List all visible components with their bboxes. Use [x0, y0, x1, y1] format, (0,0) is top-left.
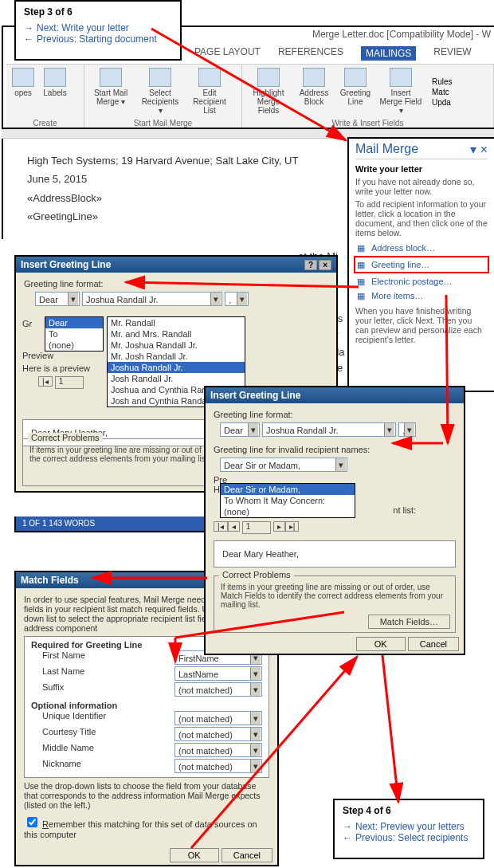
mf-field-label: Suffix: [31, 682, 64, 697]
labels-button[interactable]: Labels: [41, 68, 69, 116]
nav-first-icon[interactable]: |◂: [38, 376, 53, 387]
opt-address-block[interactable]: Address block…: [355, 241, 488, 255]
help-icon[interactable]: ?: [304, 260, 317, 270]
opt-electronic-postage[interactable]: Electronic postage…: [355, 274, 488, 289]
igl2-cancel-button[interactable]: Cancel: [408, 637, 459, 651]
mf-row: Middle Name(not matched): [31, 742, 262, 758]
step4-title: Step 4 of 6: [343, 805, 475, 816]
mf-row: Suffix(not matched): [31, 681, 262, 697]
arrow-left-icon: ←: [24, 33, 33, 45]
insert-merge-field-button[interactable]: Insert Merge Field ▾: [379, 68, 422, 116]
invalid-dropdown[interactable]: Dear Sir or Madam, To Whom It May Concer…: [220, 483, 355, 518]
mf-field-label: Courtesy Title: [31, 727, 96, 741]
step4-prev-link[interactable]: ←Previous: Select recipients: [343, 832, 475, 843]
nav-index-input[interactable]: 1: [242, 521, 271, 534]
group-start-label: Start Mail Merge: [84, 119, 241, 128]
tab-review[interactable]: REVIEW: [433, 46, 471, 61]
group-create-label: Create: [6, 119, 84, 128]
match-fields-button[interactable]: Match Fields…: [368, 615, 450, 629]
mf-field-select[interactable]: (not matched): [174, 743, 262, 757]
rules-button[interactable]: Rules: [432, 77, 453, 86]
preview-label: Preview: [22, 351, 53, 360]
igl1-title: Insert Greeting Line: [21, 259, 111, 270]
mf-field-select[interactable]: LastName: [174, 666, 262, 681]
invalid-label: Greeting line for invalid recipient name…: [214, 445, 456, 454]
correct-problems-label: Correct Problems: [28, 433, 103, 442]
mf-row: Last NameLastName: [31, 666, 262, 681]
nav-last-icon[interactable]: ▸|: [285, 521, 300, 532]
mf-title: Match Fields: [21, 575, 79, 586]
editlist-icon: [198, 68, 221, 87]
address-block-button[interactable]: Address Block: [296, 68, 331, 116]
tab-references[interactable]: REFERENCES: [278, 46, 343, 61]
tab-page-layout[interactable]: PAGE LAYOUT: [194, 46, 261, 61]
envelope-icon: [12, 68, 34, 87]
match-fields-ribbon-button[interactable]: Matc: [432, 88, 453, 96]
nav-first-icon[interactable]: |◂: [214, 521, 228, 532]
window-title: Merge Letter.doc [Compatibility Mode] - …: [312, 29, 491, 40]
step3-next-link[interactable]: →Next: Write your letter: [24, 22, 172, 33]
mf-row: Courtesy Title(not matched): [31, 726, 262, 742]
invalid-select[interactable]: Dear Sir or Madam,: [220, 458, 347, 472]
preview-hint: Here is a preview: [22, 363, 90, 373]
select-recipients-button[interactable]: Select Recipients ▾: [139, 68, 182, 116]
arrow-left-icon: ←: [343, 832, 352, 843]
mf-field-select[interactable]: (not matched): [174, 711, 262, 725]
tab-mailings[interactable]: MAILINGS: [361, 46, 416, 61]
step4-panel: Step 4 of 6 →Next: Preview your letters …: [333, 799, 484, 859]
igl2-title: Insert Greeting Line: [210, 390, 300, 401]
greeting-icon: [344, 68, 367, 87]
mailmerge-taskpane: Mail Merge▾ × Write your letter If you h…: [347, 137, 494, 392]
highlight-merge-fields-button[interactable]: Highlight Merge Fields: [247, 68, 290, 116]
update-labels-button[interactable]: Upda: [432, 98, 453, 107]
envelopes-button[interactable]: opes: [11, 68, 35, 116]
step3-title: Step 3 of 6: [24, 6, 172, 18]
greeting-line-button[interactable]: Greeting Line: [338, 68, 373, 116]
arrow-right-icon: →: [343, 821, 352, 832]
close-icon[interactable]: ×: [319, 260, 331, 270]
start-mail-merge-button[interactable]: Start Mail Merge ▾: [89, 68, 132, 116]
mf-field-select[interactable]: (not matched): [174, 727, 262, 741]
punctuation-select[interactable]: ,: [225, 292, 249, 306]
remember-matching-label: emember this matching for this set of da…: [24, 819, 257, 839]
nav-prev-icon[interactable]: ◂: [228, 521, 240, 532]
mf-field-select[interactable]: (not matched): [174, 759, 262, 773]
salutation-select[interactable]: Dear: [220, 422, 260, 437]
format-label: Greeting line format:: [24, 279, 328, 289]
opt-greeting-line[interactable]: Greeting line…: [354, 256, 489, 273]
taskpane-title: Mail Merge: [355, 142, 418, 157]
name-format-select[interactable]: Joshua Randall Jr.: [262, 422, 396, 437]
arrow-right-icon: →: [24, 22, 33, 33]
step3-prev-link[interactable]: ←Previous: Starting document: [24, 33, 172, 45]
salutation-dropdown[interactable]: Dear To (none): [45, 316, 104, 352]
mf-cancel-button[interactable]: Cancel: [222, 848, 272, 862]
taskpane-p1: If you have not already done so, write y…: [355, 177, 488, 196]
format-label: Greeting line format:: [214, 410, 456, 419]
insert-greeting-line-dialog-2: Insert Greeting Line Greeting line forma…: [204, 386, 465, 655]
step4-next-link[interactable]: →Next: Preview your letters: [343, 821, 475, 832]
opt-more-items[interactable]: More items…: [355, 289, 488, 303]
nav-next-icon[interactable]: ▸: [273, 521, 285, 532]
labels-icon: [44, 68, 66, 87]
mf-field-label: First Name: [31, 650, 85, 665]
salut-opt-dear[interactable]: Dear: [45, 317, 103, 328]
igl2-ok-button[interactable]: OK: [356, 637, 406, 651]
salut-opt-to[interactable]: To: [45, 328, 103, 340]
edit-recipient-list-button[interactable]: Edit Recipient List: [188, 68, 231, 116]
salutation-select[interactable]: Dear: [35, 292, 80, 306]
mf-field-select[interactable]: (not matched): [174, 682, 262, 697]
step3-panel: Step 3 of 6 →Next: Write your letter ←Pr…: [14, 0, 182, 61]
preview-box: Dear Mary Heather,: [214, 540, 456, 568]
taskpane-close-icon[interactable]: ▾ ×: [470, 142, 488, 157]
correct-problems-text: If items in your greeting line are missi…: [221, 583, 449, 609]
mf-ok-button[interactable]: OK: [170, 848, 219, 862]
name-format-select[interactable]: Joshua Randall Jr.: [82, 292, 222, 306]
mailmerge-icon: [100, 68, 122, 87]
group-write-label: Write & Insert Fields: [242, 119, 493, 128]
correct-problems-label: Correct Problems: [219, 570, 294, 579]
remember-matching-checkbox[interactable]: [27, 817, 37, 827]
salut-opt-none[interactable]: (none): [45, 340, 103, 351]
punctuation-select[interactable]: ,: [398, 422, 416, 437]
nav-index-input[interactable]: 1: [55, 376, 84, 389]
address-icon: [303, 68, 325, 87]
